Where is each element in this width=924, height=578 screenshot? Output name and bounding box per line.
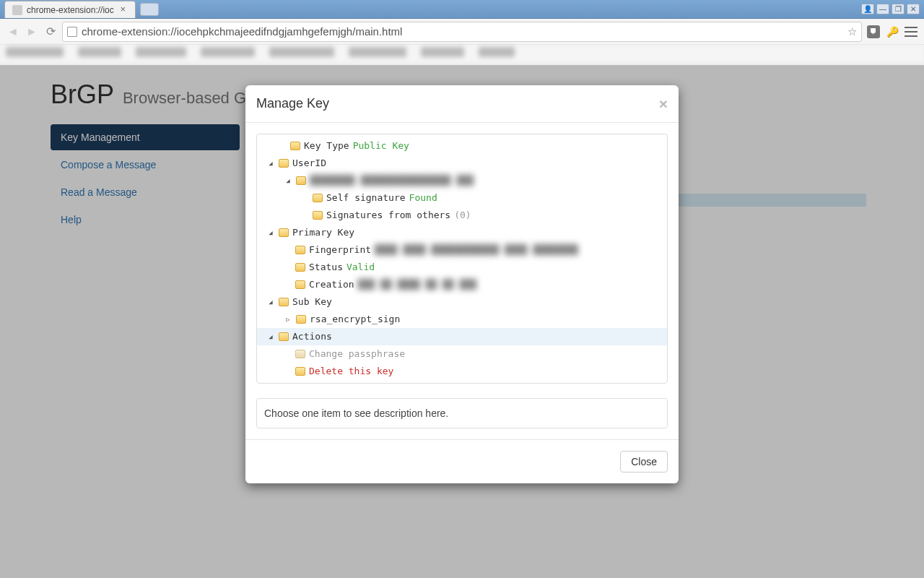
close-button-label: Close bbox=[631, 456, 657, 467]
creation-value: ███ ██ ████ ██ ██ ███ bbox=[358, 277, 476, 292]
address-bar[interactable]: chrome-extension://iocehpkchmajeedifndgj… bbox=[62, 22, 862, 42]
folder-icon bbox=[295, 280, 305, 289]
minimize-icon[interactable]: — bbox=[876, 4, 889, 14]
shield-icon[interactable]: ⛊ bbox=[866, 25, 881, 39]
collapse-icon[interactable]: ◢ bbox=[266, 156, 275, 171]
folder-icon bbox=[279, 228, 289, 237]
folder-icon bbox=[295, 263, 305, 272]
tree-row-userid-value[interactable]: ◢ ████████ ████████████████ ███ bbox=[257, 172, 667, 189]
key-type-value: Public Key bbox=[353, 139, 409, 153]
description-text: Choose one item to see description here. bbox=[264, 407, 448, 419]
collapse-icon[interactable]: ◢ bbox=[266, 295, 275, 309]
tree-row-other-signatures[interactable]: Signatures from others (0) bbox=[257, 207, 667, 224]
bookmarks-bar bbox=[0, 45, 924, 65]
fingerprint-label: Fingerprint bbox=[309, 243, 371, 257]
close-window-icon[interactable]: ✕ bbox=[907, 4, 920, 14]
status-value: Valid bbox=[346, 260, 375, 275]
tree-row-key-type[interactable]: Key Type Public Key bbox=[257, 137, 667, 155]
tab-title: chrome-extension://ioc bbox=[27, 5, 114, 15]
collapse-icon[interactable]: ◢ bbox=[284, 173, 292, 188]
user-icon[interactable]: 👤 bbox=[861, 4, 874, 14]
manage-key-modal: Manage Key × Key Type Public Key bbox=[245, 85, 679, 483]
folder-icon bbox=[279, 332, 289, 341]
key-tree: Key Type Public Key ◢ UserID ◢ ████ bbox=[256, 134, 668, 384]
browser-toolbar: ◄ ► ⟳ chrome-extension://iocehpkchmajeed… bbox=[0, 19, 924, 45]
tree-row-delete-key[interactable]: Delete this key bbox=[257, 363, 667, 380]
self-signature-value: Found bbox=[409, 191, 437, 205]
modal-title: Manage Key bbox=[256, 96, 329, 111]
folder-icon bbox=[295, 367, 305, 376]
tree-row-fingerprint[interactable]: Fingerprint ████ ████ ████████████ ████ … bbox=[257, 241, 667, 259]
primary-key-label: Primary Key bbox=[292, 225, 354, 240]
change-passphrase-label: Change passphrase bbox=[309, 347, 405, 361]
tree-row-self-signature[interactable]: Self signature Found bbox=[257, 189, 667, 207]
folder-icon bbox=[295, 350, 305, 358]
page: BrGP Browser-based G Key Management Comp… bbox=[0, 65, 924, 578]
delete-key-label: Delete this key bbox=[309, 364, 393, 379]
tab-close-icon[interactable]: × bbox=[118, 5, 128, 14]
subkey-label: Sub Key bbox=[292, 295, 332, 309]
url-text: chrome-extension://iocehpkchmajeedifndgj… bbox=[82, 25, 402, 38]
folder-icon bbox=[296, 176, 306, 185]
folder-icon bbox=[313, 211, 323, 220]
description-box: Choose one item to see description here. bbox=[256, 398, 668, 428]
reload-icon[interactable]: ⟳ bbox=[43, 25, 58, 39]
modal-footer: Close bbox=[245, 439, 679, 483]
new-tab-button[interactable] bbox=[140, 3, 159, 16]
subkey-child-label: rsa_encrypt_sign bbox=[310, 312, 400, 327]
menu-icon[interactable] bbox=[904, 25, 918, 39]
folder-icon bbox=[296, 315, 306, 324]
folder-icon bbox=[279, 159, 289, 168]
tree-row-change-passphrase[interactable]: Change passphrase bbox=[257, 345, 667, 363]
tab-favicon bbox=[12, 5, 22, 15]
folder-icon bbox=[290, 142, 300, 150]
modal-overlay: Manage Key × Key Type Public Key bbox=[0, 65, 924, 578]
expand-icon[interactable]: ▷ bbox=[284, 312, 292, 327]
browser-titlebar: chrome-extension://ioc × 👤 — ❐ ✕ bbox=[0, 0, 924, 19]
browser-tab[interactable]: chrome-extension://ioc × bbox=[4, 1, 136, 18]
modal-header: Manage Key × bbox=[245, 85, 679, 123]
folder-icon bbox=[295, 246, 305, 254]
close-button[interactable]: Close bbox=[620, 451, 668, 473]
creation-label: Creation bbox=[309, 277, 354, 292]
window-controls: 👤 — ❐ ✕ bbox=[861, 4, 920, 14]
key-type-label: Key Type bbox=[304, 139, 349, 153]
other-signatures-label: Signatures from others bbox=[326, 208, 450, 223]
tree-row-userid[interactable]: ◢ UserID bbox=[257, 155, 667, 172]
modal-close-icon[interactable]: × bbox=[659, 96, 668, 111]
tree-row-subkey-child[interactable]: ▷ rsa_encrypt_sign bbox=[257, 311, 667, 328]
actions-label: Actions bbox=[292, 329, 332, 344]
tree-row-subkey[interactable]: ◢ Sub Key bbox=[257, 293, 667, 311]
userid-value: ████████ ████████████████ ███ bbox=[310, 173, 474, 188]
modal-body: Key Type Public Key ◢ UserID ◢ ████ bbox=[245, 123, 679, 439]
userid-label: UserID bbox=[292, 156, 326, 171]
collapse-icon[interactable]: ◢ bbox=[266, 329, 275, 344]
page-info-icon[interactable] bbox=[67, 27, 77, 37]
tree-row-actions[interactable]: ◢ Actions bbox=[257, 328, 667, 345]
folder-icon bbox=[279, 298, 289, 306]
tree-row-creation[interactable]: Creation ███ ██ ████ ██ ██ ███ bbox=[257, 276, 667, 293]
self-signature-label: Self signature bbox=[326, 191, 406, 205]
bookmark-star-icon[interactable]: ☆ bbox=[847, 25, 857, 38]
other-signatures-value: (0) bbox=[454, 208, 471, 223]
back-icon[interactable]: ◄ bbox=[6, 25, 20, 39]
tree-row-status[interactable]: Status Valid bbox=[257, 259, 667, 276]
fingerprint-value: ████ ████ ████████████ ████ ████████ bbox=[375, 243, 578, 257]
forward-icon[interactable]: ► bbox=[25, 25, 39, 39]
folder-icon bbox=[313, 194, 323, 202]
status-label: Status bbox=[309, 260, 343, 275]
maximize-icon[interactable]: ❐ bbox=[892, 4, 905, 14]
tree-row-primary-key[interactable]: ◢ Primary Key bbox=[257, 224, 667, 241]
collapse-icon[interactable]: ◢ bbox=[266, 225, 275, 240]
extension-icon[interactable]: 🔑 bbox=[885, 25, 899, 39]
